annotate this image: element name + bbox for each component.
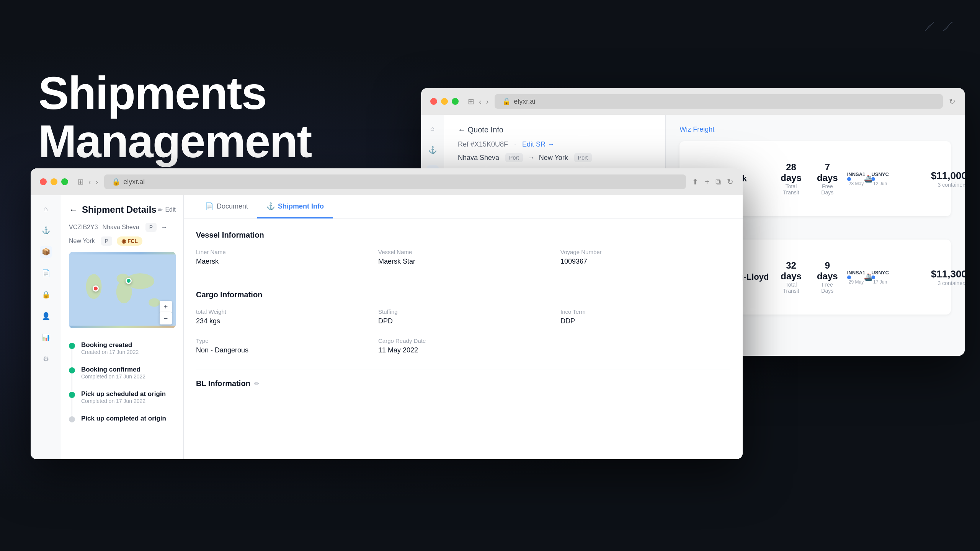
cargo-ready-date-value: 11 May 2022 [378,346,548,354]
dest-meta: New York [69,238,95,245]
edit-button[interactable]: ✏ Edit [158,206,176,214]
vessel-name-label: Vessel Name [378,249,548,255]
maersk-origin-info: INNSA1 23 May [847,171,866,186]
dest-meta-tag: P [101,236,112,246]
shipment-dot-green[interactable] [61,178,68,185]
milestone-item-4: Pick up completed at origin [69,409,176,428]
milestone-date-3: Completed on 17 Jun 2022 [81,398,166,404]
dot-green[interactable] [452,98,459,105]
liner-name-label: Liner Name [196,249,366,255]
svg-point-5 [149,298,160,306]
maersk-dest-date: 12 Jun [871,181,889,186]
sidebar-home-icon[interactable]: ⌂ [426,122,439,135]
hapag-origin-date: 29 May [847,279,866,285]
route-bar: Nhava Sheva Port → New York Port [458,153,652,162]
milestone-info-2: Booking confirmed Completed on 17 Jun 20… [81,366,145,380]
route-arrow: → [528,154,534,162]
fcl-badge: ◉ FCL [117,236,142,246]
shipment-nav-panel: ← Shipment Details ✏ Edit VCZIB2Y3 Nhava… [61,195,184,459]
sh-user-icon[interactable]: 👤 [40,310,52,322]
fcl-dot: ◉ [121,238,126,244]
page-title: Shipments Management [38,69,459,165]
sh-box-icon[interactable]: 📦 [40,246,52,258]
milestone-title-3: Pick up scheduled at origin [81,390,166,398]
tab-document[interactable]: 📄 Document [196,195,257,218]
shipment-dot-red[interactable] [40,178,47,185]
hapag-dest-info: USNYC 17 Jun [871,270,889,285]
shipment-content: ⌂ ⚓ 📦 📄 🔒 👤 📊 ⚙ ← Shipment Details ✏ Edi… [31,195,743,459]
cargo-inco-value: DDP [560,317,730,325]
ref-text: Ref #X15K0U8F [458,140,508,148]
back-link[interactable]: ← Quote Info [458,126,503,134]
hapag-transit-days: 32 days [781,260,802,282]
shipment-refresh-icon[interactable]: ↻ [727,177,733,186]
shipment-back-icon[interactable]: ‹ [88,178,91,186]
shipment-window: ⊞ ‹ › 🔒 elyxr.ai ⬆ + ⧉ ↻ ⌂ ⚓ 📦 📄 🔒 👤 📊 ⚙ [31,168,743,459]
bl-section-header: BL Information ✏ [196,379,730,388]
hapag-price-section: $11,300 3 containers [898,268,965,286]
dot-yellow[interactable] [441,98,448,105]
sidebar-ship-icon[interactable]: ⚓ [426,144,439,156]
meta-arrow: → [161,224,167,231]
shipment-meta-bar: VCZIB2Y3 Nhava Sheva P → New York P ◉ FC… [69,223,176,246]
back-arrow-nav[interactable]: ← [69,204,78,215]
voyage-number-value: 1009367 [560,258,730,266]
stuffing-value: DPD [378,317,548,325]
maersk-dest-info: USNYC 12 Jun [871,171,889,186]
map-zoom-out[interactable]: − [160,312,172,324]
shipment-grid-icon[interactable]: ⊞ [77,177,84,186]
map-pin-origin [126,278,132,284]
hapag-ship-icon: 🚢 [864,273,872,281]
sh-ship-icon[interactable]: ⚓ [40,224,52,236]
shipment-id: VCZIB2Y3 [69,224,98,231]
sh-analytics-icon[interactable]: 📊 [40,331,52,344]
bl-edit-icon[interactable]: ✏ [254,380,259,387]
maersk-total-transit: 28 days Total Transit [781,162,802,196]
map-zoom-in[interactable]: + [160,301,172,313]
weight-value: 234 kgs [196,317,366,325]
bl-section-title: BL Information [196,379,250,388]
back-arrow-icon[interactable]: ‹ [479,97,482,106]
sh-settings-icon[interactable]: ⚙ [40,353,52,365]
shipment-url-bar[interactable]: 🔒 elyxr.ai [104,174,686,189]
type-field: Type Non - Dangerous [196,337,366,354]
grid-icon[interactable]: ⊞ [468,97,474,106]
vessel-info-grid: Liner Name Maersk Vessel Name Maersk Sta… [196,249,730,266]
sh-lock-icon[interactable]: 🔒 [40,289,52,301]
milestone-title-2: Booking confirmed [81,366,145,373]
add-tab-icon[interactable]: + [705,178,709,186]
info-panel: 📄 Document ⚓ Shipment Info Vessel Inform… [184,195,743,459]
quote-browser-bar: ⊞ ‹ › 🔒 elyxr.ai ↻ [421,88,965,115]
edit-pencil-icon: ✏ [158,206,163,214]
ship-tab-icon: ⚓ [266,202,275,210]
cargo-info-grid: total Weight 234 kgs Stuffing DPD Inco T… [196,308,730,354]
maersk-free-days-val: 7 days [817,162,838,183]
maersk-origin-date: 23 May [847,181,866,186]
sh-home-icon[interactable]: ⌂ [40,203,52,215]
shipment-sidebar: ⌂ ⚓ 📦 📄 🔒 👤 📊 ⚙ [31,195,61,459]
liner-name-field: Liner Name Maersk [196,249,366,266]
shipment-dot-yellow[interactable] [51,178,57,185]
shipment-forward-icon[interactable]: › [96,178,98,186]
hapag-free-days-val: 9 days [817,260,838,282]
maersk-transit-label: Total Transit [781,183,802,196]
edit-link[interactable]: Edit SR → [522,140,554,148]
map-pin-dest [93,285,99,292]
forward-arrow-icon[interactable]: › [486,97,489,106]
share-icon[interactable]: ⬆ [692,177,699,186]
url-bar[interactable]: 🔒 elyxr.ai [495,94,943,109]
tab-shipment-info[interactable]: ⚓ Shipment Info [257,195,333,218]
hapag-total-transit: 32 days Total Transit [781,260,802,294]
hapag-price: $11,300 [898,268,965,280]
dot-red[interactable] [430,98,437,105]
refresh-icon[interactable]: ↻ [949,97,956,106]
tabs-icon[interactable]: ⧉ [715,178,721,186]
milestone-dot-4 [69,416,75,422]
browser-controls: ⊞ ‹ › [468,97,488,106]
cargo-ready-date-label: Cargo Ready Date [378,337,548,344]
milestone-info-4: Pick up completed at origin [81,415,166,422]
sh-docs-icon[interactable]: 📄 [40,267,52,279]
hapag-timeline: INNSA1 29 May 🚢 USNYC 17 Jun [847,270,889,285]
maersk-free-days: 7 days Free Days [817,162,838,196]
maersk-price-section: $11,000 3 containers [898,170,965,188]
